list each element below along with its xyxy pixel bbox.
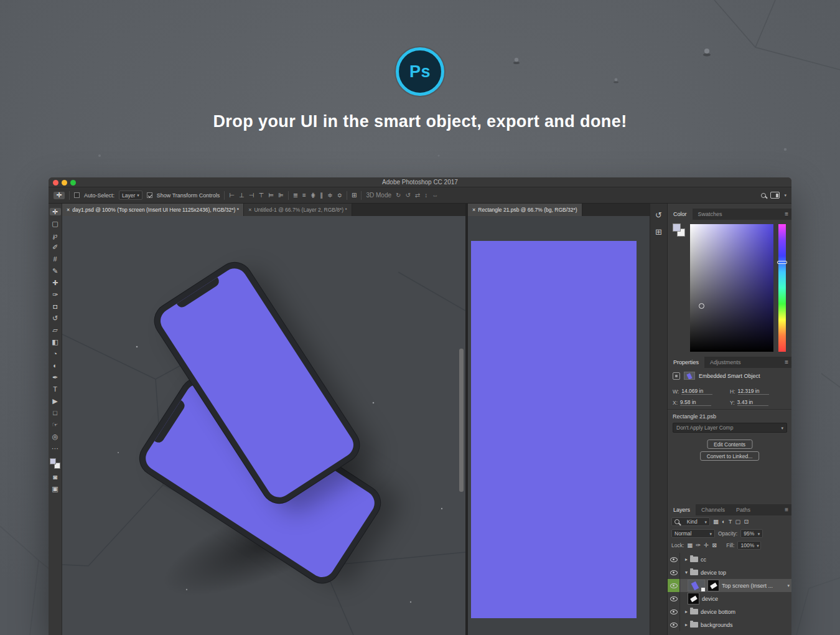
filter-smart-objects-icon[interactable]: ⊡ [744, 519, 749, 525]
tab-layers[interactable]: Layers [668, 504, 696, 515]
tab-channels[interactable]: Channels [696, 504, 730, 515]
layer-row-top-screen[interactable]: Top screen (Insert ... ▾ [668, 579, 791, 592]
expander-icon[interactable]: ▸ [685, 557, 688, 562]
pen-tool-icon[interactable]: ✒ [50, 374, 61, 381]
lock-pixels-icon[interactable]: ✑ [696, 542, 701, 548]
tab-paths[interactable]: Paths [730, 504, 756, 515]
lock-transparency-icon[interactable]: ▦ [687, 542, 693, 548]
tab-color[interactable]: Color [668, 209, 693, 220]
chevron-down-icon[interactable]: ▾ [787, 583, 790, 588]
layer-row-device-bottom[interactable]: ▸ device bottom [668, 605, 791, 618]
panel-menu-icon[interactable]: ≡ [785, 359, 788, 365]
distribute-vertical-centers-icon[interactable]: ≡ [302, 192, 306, 199]
distribute-horizontal-centers-icon[interactable]: ≑ [327, 192, 332, 199]
auto-select-checkbox[interactable] [74, 192, 80, 198]
expander-icon[interactable]: ▸ [685, 609, 688, 614]
foreground-background-colors[interactable] [50, 458, 60, 469]
tab-adjustments[interactable]: Adjustments [704, 357, 747, 368]
lock-all-icon[interactable]: ⊠ [712, 542, 717, 548]
align-bottom-edges-icon[interactable]: ⊫ [278, 192, 284, 199]
layer-visibility-toggle[interactable] [668, 579, 680, 592]
blur-tool-icon[interactable]: ◔ [50, 350, 61, 357]
align-vertical-centers-icon[interactable]: ⊨ [268, 192, 274, 199]
workspace-switcher-icon[interactable] [770, 192, 780, 199]
foreground-color-chip[interactable] [673, 223, 681, 232]
auto-select-dropdown[interactable]: Layer ▾ [119, 190, 142, 200]
align-left-edges-icon[interactable]: ⊢ [229, 192, 235, 199]
auto-align-layers-icon[interactable]: ⊞ [352, 192, 357, 199]
saturation-brightness-picker[interactable] [690, 224, 773, 352]
3d-pan-icon[interactable]: ⇄ [415, 192, 420, 199]
width-value[interactable]: 14.069 in [681, 388, 712, 395]
clone-stamp-tool-icon[interactable]: ◘ [50, 303, 61, 310]
eraser-tool-icon[interactable]: ▱ [50, 326, 61, 334]
layer-thumbnail[interactable] [688, 580, 705, 591]
move-tool-icon[interactable]: ✛ [54, 192, 65, 199]
fill-field[interactable]: 100% ▾ [737, 541, 761, 550]
3d-rotate-icon[interactable]: ↻ [396, 192, 401, 199]
layer-visibility-toggle[interactable] [668, 605, 680, 618]
hue-slider[interactable] [778, 224, 786, 352]
panel-menu-icon[interactable]: ≡ [785, 210, 788, 217]
tab-close-icon[interactable]: × [472, 207, 475, 213]
align-right-edges-icon[interactable]: ⊣ [249, 192, 254, 199]
rectangle-tool-icon[interactable]: □ [50, 409, 61, 416]
vector-mask-thumbnail[interactable] [707, 580, 719, 591]
layer-comp-dropdown[interactable]: Don't Apply Layer Comp ▾ [673, 423, 787, 433]
height-value[interactable]: 12.319 in [738, 388, 769, 395]
tab-properties[interactable]: Properties [668, 357, 704, 368]
lasso-tool-icon[interactable]: ℘ [50, 232, 61, 239]
tab-day1-psd[interactable]: × day1.psd @ 100% (Top screen (Insert UI… [62, 204, 244, 216]
tab-swatches[interactable]: Swatches [693, 209, 728, 220]
layer-row-cc[interactable]: ▸ cc [668, 553, 791, 566]
layer-row-backgrounds[interactable]: ▸ backgrounds [668, 618, 791, 631]
search-icon[interactable] [761, 193, 766, 198]
tab-close-icon[interactable]: × [248, 207, 251, 213]
3d-slide-icon[interactable]: ↕ [424, 192, 427, 199]
opacity-field[interactable]: 95% ▾ [740, 529, 763, 538]
distribute-left-edges-icon[interactable]: ∥ [320, 192, 323, 199]
filter-type-layers-icon[interactable]: T [729, 519, 732, 525]
layer-row-device[interactable]: device [668, 592, 791, 605]
expander-icon[interactable]: ▸ [685, 622, 688, 628]
layer-row-device-top[interactable]: ▾ device top [668, 566, 791, 579]
color-picker-cursor[interactable] [699, 303, 704, 309]
align-horizontal-centers-icon[interactable]: ⊥ [239, 192, 245, 199]
foreground-color-chip[interactable] [50, 458, 56, 464]
filter-adjustment-layers-icon[interactable]: ◐ [722, 519, 726, 525]
kind-filter-dropdown[interactable]: Kind ▾ [671, 517, 710, 526]
history-panel-icon[interactable]: ↺ [655, 211, 662, 219]
3d-scale-icon[interactable]: ⇔ [432, 192, 438, 199]
show-transform-checkbox[interactable] [147, 192, 152, 198]
move-tool-icon[interactable]: ✛ [50, 208, 61, 215]
layer-visibility-toggle[interactable] [668, 592, 680, 605]
quick-selection-tool-icon[interactable]: ✐ [50, 243, 61, 251]
type-tool-icon[interactable]: T [50, 385, 61, 393]
layer-thumbnail[interactable] [688, 593, 699, 604]
tab-close-icon[interactable]: × [67, 207, 70, 213]
expander-icon[interactable]: ▾ [685, 570, 688, 575]
rectangular-marquee-tool-icon[interactable]: ▢ [50, 220, 61, 227]
filter-shape-layers-icon[interactable]: ▢ [735, 519, 741, 525]
healing-brush-tool-icon[interactable]: ✚ [50, 279, 61, 286]
filter-pixel-layers-icon[interactable]: ▦ [713, 519, 719, 525]
layer-visibility-toggle[interactable] [668, 566, 680, 579]
layer-visibility-toggle[interactable] [668, 553, 680, 566]
y-value[interactable]: 3.43 in [737, 399, 768, 406]
hue-slider-handle[interactable] [777, 261, 787, 264]
convert-to-linked-button[interactable]: Convert to Linked... [700, 451, 760, 461]
path-selection-tool-icon[interactable]: ▶ [50, 397, 61, 405]
panel-menu-icon[interactable]: ≡ [785, 506, 788, 513]
lock-position-icon[interactable]: ✛ [704, 542, 709, 548]
edit-toolbar-icon[interactable]: ⋯ [50, 444, 61, 452]
align-top-edges-icon[interactable]: ⊤ [259, 192, 264, 199]
distribute-top-edges-icon[interactable]: ≣ [293, 192, 298, 199]
x-value[interactable]: 9.58 in [680, 399, 711, 406]
blend-mode-dropdown[interactable]: Normal ▾ [671, 529, 715, 538]
quick-mask-icon[interactable]: ◙ [50, 473, 61, 481]
dodge-tool-icon[interactable]: ◐ [50, 362, 61, 369]
eyedropper-tool-icon[interactable]: ✎ [50, 267, 61, 275]
tab-untitled-1[interactable]: × Untitled-1 @ 66.7% (Layer 2, RGB/8*) * [244, 204, 352, 216]
distribute-right-edges-icon[interactable]: ≎ [337, 192, 342, 199]
gradient-tool-icon[interactable]: ◧ [50, 338, 61, 346]
